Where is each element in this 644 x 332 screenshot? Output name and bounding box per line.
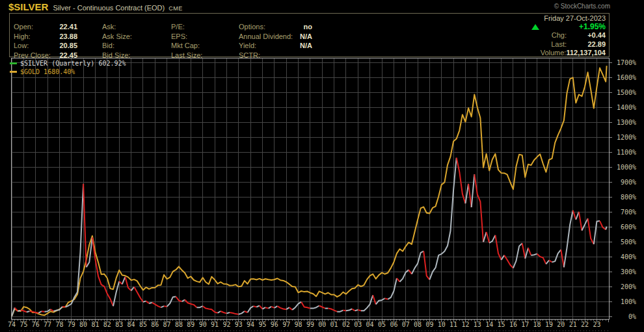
quote-row-options: Options:no bbox=[239, 22, 312, 32]
silver-line-segment bbox=[83, 184, 87, 267]
quote-row-high: High:23.88 bbox=[14, 32, 77, 42]
silver-line-segment bbox=[269, 307, 272, 309]
x-axis-label: 92 bbox=[222, 321, 230, 328]
silver-line-segment bbox=[245, 311, 248, 313]
quote-col-options: Options:no Annual Dividend:N/A Yield:N/A… bbox=[239, 22, 312, 60]
x-axis-label: 82 bbox=[103, 321, 111, 328]
silver-line-segment bbox=[289, 307, 293, 310]
y-axis-label: 800% bbox=[621, 194, 636, 201]
silver-legend-swatch bbox=[10, 62, 17, 64]
y-axis-label: 300% bbox=[621, 268, 636, 275]
silver-line-segment bbox=[483, 232, 487, 242]
x-axis-label: 03 bbox=[354, 321, 362, 328]
gold-line bbox=[12, 66, 607, 316]
silver-line-segment bbox=[161, 306, 164, 307]
silver-line-segment bbox=[588, 218, 594, 244]
silver-line-segment bbox=[30, 311, 39, 313]
quote-change-row: +1.95% bbox=[516, 23, 606, 31]
silver-line-segment bbox=[265, 307, 269, 308]
silver-line-segment bbox=[27, 311, 30, 312]
title-bar: $SILVERSilver - Continuous Contract (EOD… bbox=[8, 1, 183, 13]
silver-line-segment bbox=[423, 251, 429, 280]
silver-line-segment bbox=[164, 306, 167, 307]
silver-line-segment bbox=[230, 313, 239, 314]
silver-line-segment bbox=[502, 255, 505, 260]
x-axis-label: 75 bbox=[20, 321, 27, 328]
quote-row-open: Open:22.41 bbox=[14, 22, 77, 32]
silver-line-segment bbox=[429, 158, 456, 279]
copyright-notice: © StockCharts.com bbox=[554, 3, 610, 10]
x-axis-label: 10 bbox=[438, 321, 446, 328]
silver-line-segment bbox=[531, 254, 537, 255]
silver-line-segment bbox=[564, 211, 573, 268]
x-axis-label: 08 bbox=[414, 321, 422, 328]
quote-row-ask: Ask: bbox=[102, 22, 167, 32]
x-axis-label: 12 bbox=[461, 321, 469, 328]
x-axis-label: 94 bbox=[247, 321, 254, 328]
y-axis-label: 0% bbox=[628, 313, 636, 320]
y-axis-label: 600% bbox=[621, 223, 636, 231]
quote-row-pe: P/E: bbox=[171, 22, 239, 32]
quote-col-ohlc: Open:22.41 High:23.88 Low:20.85 Prev Clo… bbox=[14, 22, 77, 60]
silver-line-segment bbox=[18, 311, 21, 311]
silver-line-segment bbox=[397, 278, 400, 282]
silver-line-segment bbox=[385, 298, 388, 299]
y-axis-label: 700% bbox=[621, 209, 636, 216]
silver-line-segment bbox=[549, 261, 552, 262]
y-axis-label: 500% bbox=[621, 238, 636, 246]
silver-line-segment bbox=[271, 307, 275, 308]
silver-line-segment bbox=[301, 302, 310, 309]
quote-latest-block: Friday 27-Oct-2023 +1.95% Chg:+0.44 Last… bbox=[516, 14, 606, 57]
x-axis-label: 90 bbox=[199, 321, 207, 328]
quote-col-ask-bid: Ask: Ask Size: Bid: Bid Size: bbox=[102, 22, 167, 60]
silver-line-segment bbox=[277, 306, 286, 309]
silver-line-segment bbox=[495, 235, 501, 260]
quote-row-volume: Volume:112,137,104 bbox=[516, 49, 606, 57]
y-axis-label: 200% bbox=[621, 283, 636, 290]
series-lines bbox=[12, 66, 607, 316]
x-axis-label: 86 bbox=[151, 321, 159, 328]
quote-row-low: Low:20.85 bbox=[14, 41, 77, 51]
x-axis-label: 84 bbox=[127, 321, 135, 328]
silver-line-segment bbox=[275, 306, 278, 308]
y-axis-label: 1400% bbox=[617, 104, 636, 111]
silver-line-segment bbox=[256, 306, 260, 307]
legend-label: $GOLD 1680.40% bbox=[20, 68, 75, 75]
x-axis-label: 14 bbox=[485, 321, 493, 328]
silver-line-segment bbox=[579, 212, 582, 231]
y-axis-label: 1300% bbox=[617, 119, 636, 126]
silver-line-segment bbox=[38, 311, 42, 313]
x-axis-label: 06 bbox=[390, 321, 397, 328]
silver-line-segment bbox=[286, 307, 289, 309]
legend-label: $SILVER (Quarterly) 602.92% bbox=[20, 60, 126, 67]
silver-line-segment bbox=[373, 295, 376, 304]
legend-item-gold: $GOLD 1680.40% bbox=[10, 68, 126, 76]
up-triangle-icon bbox=[531, 24, 539, 30]
exchange-label: CME bbox=[168, 5, 183, 12]
silver-line-segment bbox=[62, 307, 66, 307]
y-axis-label: 900% bbox=[621, 179, 636, 186]
x-axis-label: 23 bbox=[593, 321, 600, 328]
x-axis-label: 22 bbox=[581, 321, 589, 328]
x-axis-label: 18 bbox=[533, 321, 541, 328]
silver-line-segment bbox=[221, 311, 226, 313]
x-axis-label: 16 bbox=[509, 321, 517, 328]
x-axis-label: 07 bbox=[402, 321, 410, 328]
x-axis-label: 76 bbox=[32, 321, 40, 328]
x-axis-label: 21 bbox=[569, 321, 577, 328]
y-axis-label: 1200% bbox=[617, 134, 636, 141]
silver-line-segment bbox=[197, 306, 203, 307]
x-axis-label: 91 bbox=[211, 321, 219, 328]
x-axis-label: 19 bbox=[545, 321, 553, 328]
x-axis-label: 17 bbox=[521, 321, 529, 328]
silver-line-segment bbox=[474, 174, 483, 242]
y-axis-label: 1000% bbox=[617, 164, 636, 171]
silver-line-segment bbox=[468, 184, 472, 207]
y-axis-label: 100% bbox=[621, 298, 636, 305]
grid-lines bbox=[9, 58, 612, 332]
silver-line-segment bbox=[352, 309, 355, 311]
silver-line-segment bbox=[561, 249, 564, 267]
x-axis-label: 98 bbox=[294, 321, 302, 328]
silver-line-segment bbox=[472, 174, 475, 207]
silver-line-segment bbox=[537, 254, 546, 264]
